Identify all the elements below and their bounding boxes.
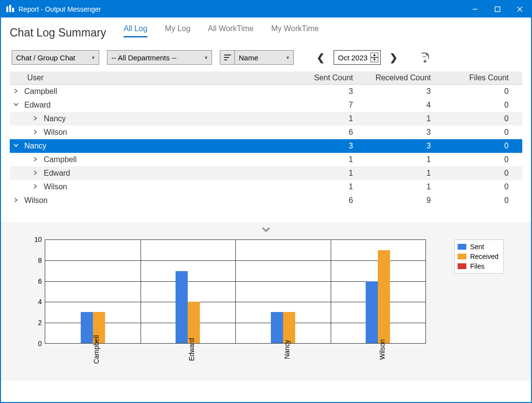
y-tick: 8: [31, 256, 42, 264]
month-value: Oct 2023: [338, 54, 368, 62]
chevron-down-icon: ▾: [286, 55, 289, 61]
collapse-chart-button[interactable]: [1, 225, 531, 237]
cell-recv: 3: [362, 142, 440, 150]
cell-files: 0: [440, 128, 517, 137]
col-user[interactable]: User: [10, 73, 284, 82]
svg-rect-4: [495, 7, 500, 12]
chat-type-dropdown[interactable]: Chat / Group Chat ▾: [12, 50, 99, 65]
sort-field-value: Name: [239, 54, 286, 62]
user-cell: Wilson: [22, 196, 284, 205]
export-csv-button[interactable]: csv: [419, 51, 431, 64]
tab-my-log[interactable]: My Log: [165, 24, 190, 37]
table-row[interactable]: Nancy330: [10, 139, 522, 153]
cell-sent: 6: [284, 196, 362, 205]
chevron-right-icon[interactable]: [10, 88, 22, 95]
user-cell: Wilson: [42, 183, 284, 191]
table-row[interactable]: Wilson110: [10, 180, 522, 194]
cell-sent: 3: [284, 87, 362, 96]
chart-panel: Sent Received Files 0246810 CampbellEdwa…: [1, 222, 531, 381]
cell-recv: 3: [362, 128, 440, 137]
cell-sent: 1: [284, 155, 362, 164]
minimize-button[interactable]: [464, 1, 486, 18]
table-row[interactable]: Wilson630: [10, 126, 522, 139]
chat-type-value: Chat / Group Chat: [16, 54, 92, 62]
chevron-right-icon[interactable]: [29, 115, 42, 123]
chart-plot: [45, 239, 426, 344]
bar-sent: [271, 312, 283, 343]
chevron-right-icon[interactable]: [10, 197, 22, 204]
y-tick: 0: [31, 340, 42, 348]
cell-recv: 4: [362, 101, 440, 110]
user-cell: Nancy: [42, 114, 284, 123]
page-title: Chat Log Summary: [10, 26, 106, 39]
sort-icon[interactable]: [220, 50, 234, 65]
user-cell: Wilson: [42, 128, 284, 137]
cell-recv: 1: [362, 114, 440, 123]
chevron-right-icon[interactable]: [29, 156, 42, 164]
sort-field-dropdown[interactable]: Name ▾: [234, 50, 294, 65]
cell-sent: 3: [284, 142, 362, 150]
cell-recv: 1: [362, 183, 440, 191]
bar-recv: [188, 302, 200, 343]
prev-month-button[interactable]: ❮: [315, 52, 326, 63]
table-row[interactable]: Edward110: [10, 166, 522, 180]
cell-sent: 6: [284, 128, 362, 137]
cell-sent: 1: [284, 169, 362, 178]
table-row[interactable]: Nancy110: [10, 112, 522, 126]
tab-all-worktime[interactable]: All WorkTime: [208, 24, 254, 37]
bar-sent: [366, 281, 378, 343]
report-grid: User Sent Count Received Count Files Cou…: [10, 72, 522, 207]
col-files[interactable]: Files Count: [440, 73, 517, 82]
svg-text:csv: csv: [423, 55, 426, 58]
chart-legend: Sent Received Files: [454, 239, 504, 274]
table-row[interactable]: Campbell330: [10, 85, 522, 98]
chevron-right-icon[interactable]: [29, 128, 42, 136]
close-button[interactable]: [509, 1, 531, 18]
col-received[interactable]: Received Count: [362, 73, 440, 82]
maximize-button[interactable]: [486, 1, 509, 18]
month-picker[interactable]: Oct 2023 ▲▼: [334, 50, 381, 65]
month-spinner[interactable]: ▲▼: [371, 53, 378, 62]
x-tick: Nancy: [283, 340, 291, 359]
x-tick: Edward: [188, 338, 195, 361]
user-cell: Campbell: [42, 155, 284, 164]
app-icon: [6, 5, 15, 14]
chevron-down-icon[interactable]: [10, 142, 22, 150]
x-tick: Wilson: [378, 339, 386, 360]
chevron-right-icon[interactable]: [29, 183, 42, 191]
chevron-right-icon[interactable]: [29, 169, 42, 177]
user-cell: Campbell: [22, 87, 284, 96]
legend-label-files: Files: [470, 261, 485, 271]
sort-group: Name ▾: [220, 50, 294, 65]
table-row[interactable]: Wilson690: [10, 194, 522, 207]
y-tick: 10: [31, 236, 42, 243]
y-tick: 4: [31, 298, 42, 306]
user-cell: Edward: [22, 101, 284, 110]
chevron-down-icon[interactable]: [10, 101, 22, 109]
chevron-down-icon: ▾: [205, 55, 208, 61]
tabs: All LogMy LogAll WorkTimeMy WorkTime: [124, 24, 319, 39]
x-tick: Campbell: [92, 335, 100, 364]
cell-recv: 3: [362, 87, 440, 96]
y-tick: 6: [31, 277, 42, 285]
cell-files: 0: [440, 183, 517, 191]
department-dropdown[interactable]: -- All Departments -- ▾: [107, 50, 212, 65]
tab-all-log[interactable]: All Log: [124, 24, 147, 37]
header: Chat Log Summary All LogMy LogAll WorkTi…: [1, 18, 531, 39]
cell-sent: 7: [284, 101, 362, 110]
svg-rect-0: [6, 6, 8, 12]
cell-files: 0: [440, 142, 517, 150]
cell-files: 0: [440, 101, 517, 110]
titlebar: Report - Output Messenger: [1, 1, 531, 18]
table-row[interactable]: Edward740: [10, 98, 522, 112]
chevron-down-icon: ▾: [92, 55, 95, 61]
next-month-button[interactable]: ❯: [389, 52, 399, 63]
col-sent[interactable]: Sent Count: [284, 73, 362, 82]
legend-swatch-received: [458, 254, 466, 259]
legend-swatch-sent: [458, 244, 466, 250]
legend-swatch-files: [458, 263, 466, 269]
table-row[interactable]: Campbell110: [10, 153, 522, 166]
cell-files: 0: [440, 87, 517, 96]
legend-label-sent: Sent: [470, 242, 484, 252]
tab-my-worktime[interactable]: My WorkTime: [271, 24, 319, 37]
